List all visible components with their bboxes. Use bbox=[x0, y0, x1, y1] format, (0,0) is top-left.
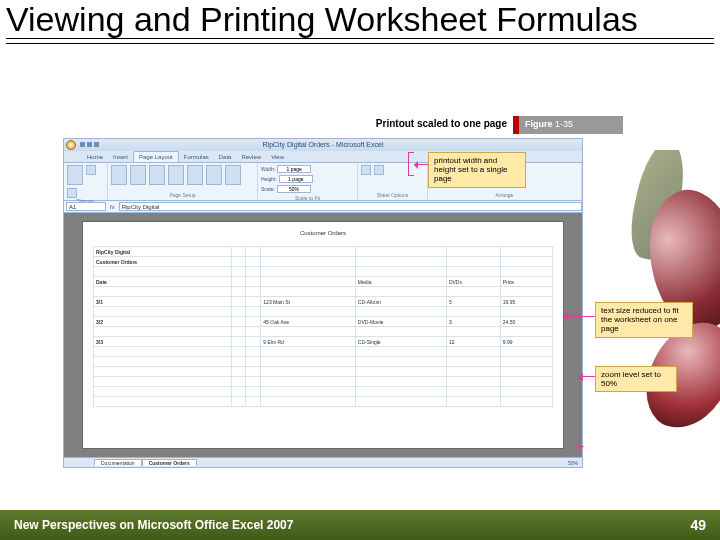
office-button-icon[interactable] bbox=[66, 140, 76, 150]
table-cell bbox=[261, 347, 355, 357]
table-cell bbox=[246, 377, 261, 387]
figure-badge: Figure 1-35 bbox=[513, 116, 623, 134]
table-cell bbox=[246, 397, 261, 407]
callout-3: zoom level set to 50% bbox=[595, 366, 677, 392]
figure-number: 1-35 bbox=[555, 119, 573, 129]
table-cell: 3 bbox=[446, 317, 500, 327]
table-cell: DVDs bbox=[446, 277, 500, 287]
title-underline bbox=[6, 38, 714, 44]
page-setup-label: Page Setup bbox=[111, 192, 254, 198]
zoom-indicator[interactable]: 50% bbox=[568, 460, 578, 466]
table-cell bbox=[446, 267, 500, 277]
margins-button[interactable] bbox=[111, 165, 127, 185]
table-cell bbox=[446, 287, 500, 297]
table-cell: 9 Elm Rd bbox=[261, 337, 355, 347]
table-cell bbox=[500, 247, 552, 257]
tab-formulas[interactable]: Formulas bbox=[179, 152, 214, 162]
callout-arrow-3b bbox=[579, 376, 580, 450]
formula-bar[interactable]: RipCity Digital bbox=[119, 202, 582, 211]
table-cell bbox=[94, 307, 232, 317]
fx-icon[interactable]: fx bbox=[110, 204, 115, 210]
table-cell bbox=[500, 367, 552, 377]
sheet-tabs[interactable]: Documentation Customer Orders bbox=[94, 459, 197, 466]
figure-badge-label: Figure bbox=[525, 119, 553, 129]
table-cell bbox=[355, 387, 446, 397]
table-cell bbox=[355, 397, 446, 407]
tab-home[interactable]: Home bbox=[82, 152, 108, 162]
colors-icon[interactable] bbox=[86, 165, 96, 175]
table-cell bbox=[246, 297, 261, 307]
worksheet-table: RipCity DigitalCustomer OrdersDateMediaD… bbox=[93, 246, 553, 407]
orientation-button[interactable] bbox=[130, 165, 146, 185]
tab-view[interactable]: View bbox=[266, 152, 289, 162]
scale-field[interactable] bbox=[277, 185, 311, 193]
table-cell bbox=[355, 377, 446, 387]
table-cell bbox=[500, 347, 552, 357]
headings-icon[interactable] bbox=[374, 165, 384, 175]
table-cell bbox=[94, 287, 232, 297]
table-cell bbox=[261, 387, 355, 397]
status-bar: Documentation Customer Orders 50% bbox=[64, 457, 582, 467]
quick-access-toolbar[interactable] bbox=[80, 142, 99, 147]
table-cell bbox=[355, 267, 446, 277]
table-cell bbox=[500, 377, 552, 387]
table-cell bbox=[231, 387, 246, 397]
name-box[interactable]: A1 bbox=[66, 202, 106, 211]
table-cell bbox=[231, 317, 246, 327]
size-button[interactable] bbox=[149, 165, 165, 185]
table-cell bbox=[355, 367, 446, 377]
footer-page-number: 49 bbox=[690, 517, 706, 533]
background-button[interactable] bbox=[206, 165, 222, 185]
print-titles-button[interactable] bbox=[225, 165, 241, 185]
tab-insert[interactable]: Insert bbox=[108, 152, 133, 162]
table-cell bbox=[446, 307, 500, 317]
table-cell bbox=[94, 357, 232, 367]
table-cell bbox=[231, 337, 246, 347]
tab-page-layout[interactable]: Page Layout bbox=[133, 151, 179, 162]
table-cell bbox=[231, 267, 246, 277]
table-cell: RipCity Digital bbox=[94, 247, 232, 257]
sheet-tab-documentation[interactable]: Documentation bbox=[94, 459, 142, 466]
table-cell bbox=[500, 267, 552, 277]
table-cell: 24.50 bbox=[500, 317, 552, 327]
print-area-button[interactable] bbox=[168, 165, 184, 185]
table-cell bbox=[446, 377, 500, 387]
print-preview-page: Customer Orders RipCity DigitalCustomer … bbox=[82, 221, 564, 449]
table-cell bbox=[446, 367, 500, 377]
table-cell bbox=[94, 397, 232, 407]
table-cell bbox=[231, 277, 246, 287]
table-cell: 5 bbox=[446, 297, 500, 307]
table-cell bbox=[246, 287, 261, 297]
breaks-button[interactable] bbox=[187, 165, 203, 185]
gridlines-icon[interactable] bbox=[361, 165, 371, 175]
table-cell bbox=[261, 257, 355, 267]
table-cell: CD-Single bbox=[355, 337, 446, 347]
tab-review[interactable]: Review bbox=[236, 152, 266, 162]
table-cell bbox=[261, 307, 355, 317]
table-cell bbox=[231, 347, 246, 357]
table-cell bbox=[94, 327, 232, 337]
table-cell bbox=[355, 327, 446, 337]
height-label: Height: bbox=[261, 176, 277, 182]
fonts-icon[interactable] bbox=[67, 188, 77, 198]
table-cell: Date bbox=[94, 277, 232, 287]
table-cell bbox=[261, 397, 355, 407]
tab-data[interactable]: Data bbox=[214, 152, 237, 162]
themes-icon[interactable] bbox=[67, 165, 83, 185]
width-field[interactable] bbox=[277, 165, 311, 173]
figure-container: Printout scaled to one page Figure 1-35 … bbox=[63, 118, 623, 470]
table-cell: 19.95 bbox=[500, 297, 552, 307]
table-cell bbox=[94, 387, 232, 397]
table-cell bbox=[231, 247, 246, 257]
table-cell bbox=[231, 327, 246, 337]
table-cell bbox=[231, 367, 246, 377]
worksheet-area[interactable]: Customer Orders RipCity DigitalCustomer … bbox=[64, 213, 582, 457]
table-cell bbox=[500, 357, 552, 367]
height-field[interactable] bbox=[279, 175, 313, 183]
table-cell bbox=[246, 337, 261, 347]
table-cell bbox=[246, 387, 261, 397]
table-cell bbox=[231, 257, 246, 267]
table-cell bbox=[261, 277, 355, 287]
sheet-tab-customer-orders[interactable]: Customer Orders bbox=[142, 459, 197, 466]
table-cell bbox=[231, 357, 246, 367]
